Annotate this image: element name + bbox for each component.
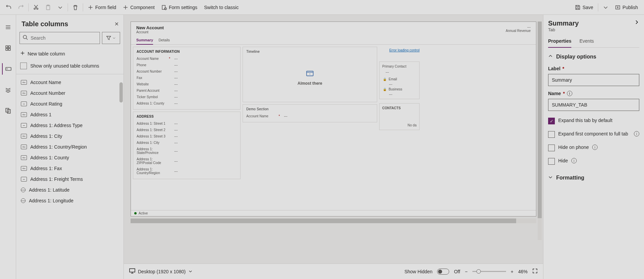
chevron-right-icon[interactable] <box>634 19 639 26</box>
info-icon[interactable]: i <box>567 91 572 96</box>
form-field[interactable]: Ticker Symbol--- <box>137 94 237 100</box>
zoom-slider[interactable] <box>472 271 506 272</box>
column-item[interactable]: Address 1: City <box>16 131 123 142</box>
zoom-out-button[interactable]: − <box>465 269 468 274</box>
chevron-down-icon <box>58 5 63 10</box>
form-field[interactable]: Address 1: County--- <box>137 100 237 107</box>
info-icon[interactable]: i <box>634 131 639 136</box>
search-input-wrapper[interactable] <box>20 32 100 44</box>
form-field[interactable]: Address 1: Street 2--- <box>137 127 237 133</box>
column-label: Address 1: County <box>30 155 69 160</box>
panel-title: Table columns <box>22 20 68 28</box>
tab-events[interactable]: Events <box>579 36 594 47</box>
switch-classic-button[interactable]: Switch to classic <box>201 3 242 12</box>
form-page[interactable]: New Account Account --- Annual Revenue S… <box>131 22 536 216</box>
svg-rect-9 <box>6 48 8 50</box>
paste-button[interactable] <box>42 3 54 12</box>
section-account-info[interactable]: ACCOUNT INFORMATION Account Name*---Phon… <box>133 47 241 110</box>
column-item[interactable]: Address 1: County <box>16 152 123 163</box>
form-field[interactable]: Phone--- <box>137 62 237 68</box>
nav-hamburger[interactable] <box>2 22 14 33</box>
primary-contact-card[interactable]: Primary Contact --- 🔒Email --- 🔒Business… <box>379 62 420 99</box>
column-item[interactable]: Address 1: Address Type <box>16 120 123 131</box>
column-item[interactable]: Address 1: Latitude <box>16 185 123 195</box>
publish-button[interactable]: Publish <box>612 3 641 12</box>
undo-button[interactable] <box>3 3 15 12</box>
form-field[interactable]: Address 1: Street 3--- <box>137 133 237 140</box>
form-field[interactable]: Address 1: Country/Region--- <box>137 166 237 176</box>
error-link[interactable]: Error loading control <box>389 48 420 52</box>
section-formatting[interactable]: Formatting <box>548 171 639 182</box>
redo-button[interactable] <box>15 3 27 12</box>
form-field[interactable]: Address 1: Street 1--- <box>137 120 237 127</box>
save-dropdown[interactable] <box>600 3 612 12</box>
form-field[interactable]: Account Number--- <box>137 68 237 75</box>
show-unused-row[interactable]: Show only unused table columns <box>16 60 123 74</box>
column-item[interactable]: Account Name <box>16 77 123 88</box>
form-field[interactable]: Account Name*--- <box>246 113 373 119</box>
expand-first-row[interactable]: Expand first component to full tab i <box>548 127 639 138</box>
nav-components[interactable] <box>2 42 14 54</box>
close-panel-button[interactable]: ✕ <box>114 21 119 27</box>
canvas-horizontal-scrollbar[interactable] <box>131 218 536 223</box>
expand-default-checkbox[interactable]: ✓ <box>548 118 555 124</box>
column-item[interactable]: Address 1 <box>16 109 123 120</box>
delete-button[interactable] <box>69 3 81 12</box>
form-field[interactable]: Fax--- <box>137 75 237 81</box>
svg-point-1 <box>37 8 38 9</box>
form-field-button[interactable]: Form field <box>84 3 119 12</box>
show-unused-checkbox[interactable] <box>20 63 27 69</box>
hide-phone-checkbox[interactable] <box>548 145 555 151</box>
paste-dropdown[interactable] <box>54 3 66 12</box>
hide-phone-row[interactable]: Hide on phone i <box>548 141 639 151</box>
column-item[interactable]: Address 1: Fax <box>16 163 123 174</box>
device-selector[interactable]: Desktop (1920 x 1080) <box>129 268 192 275</box>
nav-forms[interactable] <box>2 105 14 116</box>
section-timeline[interactable]: Timeline Almost there <box>243 47 377 102</box>
filter-button[interactable] <box>102 32 120 44</box>
column-item[interactable]: Address 1: Freight Terms <box>16 174 123 185</box>
fit-to-screen-button[interactable] <box>532 268 538 275</box>
hide-checkbox[interactable] <box>548 158 555 165</box>
form-field[interactable]: Address 1: City--- <box>137 140 237 146</box>
canvas-vertical-scrollbar[interactable] <box>538 22 542 240</box>
info-icon[interactable]: i <box>592 145 598 150</box>
form-field[interactable]: Address 1: ZIP/Postal Code--- <box>137 156 237 166</box>
column-item[interactable]: Account Number <box>16 88 123 98</box>
properties-title: Summary <box>548 19 579 27</box>
column-item[interactable]: Address 1: Longitude <box>16 195 123 206</box>
zoom-in-button[interactable]: + <box>511 269 513 274</box>
label-input[interactable] <box>548 74 639 86</box>
nav-tree[interactable] <box>2 84 14 95</box>
form-tab-summary[interactable]: Summary <box>136 37 153 45</box>
expand-first-checkbox[interactable] <box>548 131 555 138</box>
new-table-column-button[interactable]: New table column <box>16 47 123 60</box>
show-hidden-toggle[interactable] <box>437 269 449 275</box>
column-list-scrollbar[interactable] <box>119 82 123 103</box>
search-input[interactable] <box>31 35 97 41</box>
form-field[interactable]: Website--- <box>137 81 237 87</box>
globe-icon <box>21 198 26 203</box>
form-field[interactable]: Account Name*--- <box>137 55 237 62</box>
form-field[interactable]: Address 1: State/Province--- <box>137 146 237 156</box>
info-icon[interactable]: i <box>571 158 577 163</box>
nav-columns[interactable] <box>2 63 13 75</box>
form-tab-details[interactable]: Details <box>158 37 170 44</box>
component-button[interactable]: Component <box>119 3 158 12</box>
expand-default-row[interactable]: ✓ Expand this tab by default <box>548 114 639 124</box>
save-button[interactable]: Save <box>572 3 597 12</box>
section-display-options[interactable]: Display options <box>548 50 639 61</box>
section-demo[interactable]: Demo Section Account Name*--- <box>243 104 377 122</box>
cut-button[interactable] <box>30 3 42 12</box>
column-item[interactable]: Account Rating <box>16 98 123 109</box>
contacts-card[interactable]: CONTACTS No da <box>379 103 420 130</box>
column-item[interactable]: Address 1: Country/Region <box>16 142 123 152</box>
hide-row[interactable]: Hide i <box>548 154 639 165</box>
form-settings-button[interactable]: Form settings <box>158 3 201 12</box>
form-field[interactable]: Parent Account--- <box>137 87 237 94</box>
section-address[interactable]: ADDRESS Address 1: Street 1---Address 1:… <box>133 112 241 179</box>
name-input[interactable] <box>548 99 639 111</box>
undo-icon <box>6 5 11 10</box>
lock-icon: 🔒 <box>383 78 387 81</box>
tab-properties[interactable]: Properties <box>548 36 571 48</box>
